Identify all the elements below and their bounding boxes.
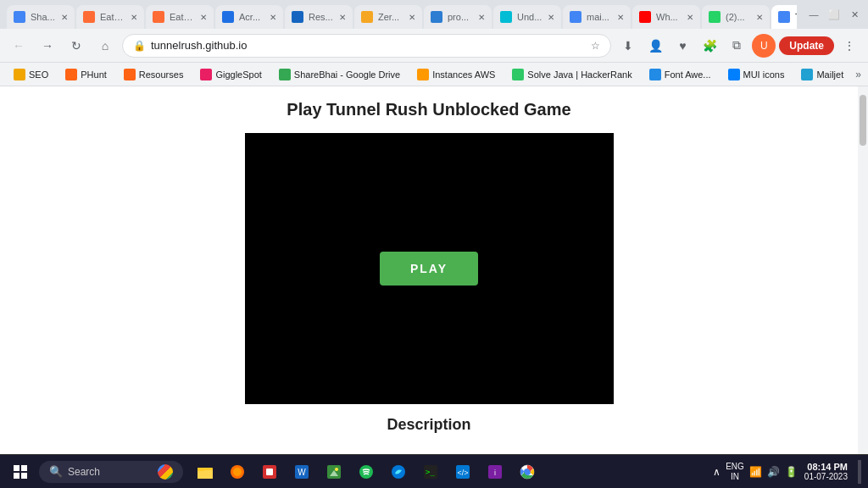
address-bar[interactable]: 🔒 tunnelrush.github.io ☆ [122,34,611,58]
taskbar-terminal[interactable]: >_ [417,458,444,485]
star-icon[interactable]: ☆ [591,40,600,52]
taskbar-edge[interactable] [385,458,412,485]
split-screen-icon[interactable]: ⧉ [725,34,748,58]
bookmark-aws[interactable]: Instances AWS [410,67,502,82]
menu-button[interactable]: ⋮ [837,34,861,58]
tab-favicon-sha [14,11,25,23]
toolbar: ← → ↻ ⌂ 🔒 tunnelrush.github.io ☆ ⬇ 👤 ♥ 🧩… [0,29,868,63]
heart-icon[interactable]: ♥ [670,34,694,58]
bookmark-fontawesome[interactable]: Font Awe... [643,67,718,82]
tab-sha[interactable]: Sha... ✕ [7,5,75,29]
scrollbar[interactable] [858,86,868,454]
start-button[interactable] [7,458,34,485]
tab-wh[interactable]: (2)... ✕ [702,5,770,29]
title-bar: Sha... ✕ Eate... ✕ Eate... ✕ Acr... ✕ Re… [0,0,868,29]
profile-icon[interactable]: 👤 [643,34,667,58]
tab-yt[interactable]: Wh... ✕ [632,5,700,29]
tab-eat2[interactable]: Eate... ✕ [146,5,214,29]
svg-point-22 [525,469,530,474]
tab-close-mai[interactable]: ✕ [617,13,624,22]
bookmark-icon-seo [14,69,25,80]
forward-button[interactable]: → [36,34,59,58]
tab-close-und[interactable]: ✕ [548,13,554,22]
taskbar-app-green[interactable] [320,458,348,485]
tab-favicon-res [292,11,303,23]
bookmark-sharebhai[interactable]: ShareBhai - Google Drive [272,67,407,82]
tray-arrow-icon[interactable]: ∧ [713,466,721,478]
tab-close-pro[interactable]: ✕ [478,13,485,22]
tab-label-und: Und... [517,12,542,22]
play-button[interactable]: PLAY [380,252,478,286]
clock-time: 08:14 PM [807,462,848,472]
taskbar-vscode[interactable]: </> [449,458,476,485]
tab-close-res[interactable]: ✕ [339,13,346,22]
home-button[interactable]: ⌂ [93,34,117,58]
bookmark-mailjet[interactable]: Mailjet [794,67,850,82]
tab-close-wh[interactable]: ✕ [756,13,763,22]
bookmark-icon-gigglespot [200,69,212,80]
wifi-icon[interactable]: 📶 [749,466,762,478]
svg-text:i: i [494,469,496,477]
bookmark-icon-aws [417,69,429,80]
svg-rect-1 [198,470,213,479]
tab-close-sha[interactable]: ✕ [61,13,68,22]
taskbar-chrome[interactable] [514,458,541,485]
reload-button[interactable]: ↻ [64,34,88,58]
tab-label-pro: pro... [448,12,469,22]
tab-close-eat[interactable]: ✕ [131,13,137,22]
taskbar-app-purple[interactable]: i [481,458,509,485]
blue-app-icon: W [293,463,310,480]
maximize-button[interactable]: ⬜ [827,8,841,21]
clock[interactable]: 08:14 PM 01-07-2023 [804,462,848,481]
avatar-icon[interactable]: U [752,34,776,58]
svg-text:>_: >_ [426,468,435,476]
browser-frame: Sha... ✕ Eate... ✕ Eate... ✕ Acr... ✕ Re… [0,0,868,488]
tab-favicon-und [500,11,512,23]
tab-eat[interactable]: Eate... ✕ [76,5,144,29]
windows-icon [14,465,27,479]
bookmark-phunt[interactable]: PHunt [58,67,114,82]
tab-und[interactable]: Und... ✕ [493,5,561,29]
tab-close-zer[interactable]: ✕ [409,13,415,22]
bookmark-gigglespot[interactable]: GiggleSpot [193,67,268,82]
close-button[interactable]: ✕ [848,8,861,21]
tab-pro[interactable]: pro... ✕ [424,5,492,29]
taskbar-search-box[interactable]: 🔍 Search [39,461,183,483]
taskbar-app-red[interactable] [256,458,283,485]
bookmark-resourses[interactable]: Resourses [117,67,191,82]
volume-icon[interactable]: 🔊 [767,466,780,478]
more-bookmarks-icon[interactable]: » [855,69,861,80]
tab-zer[interactable]: Zer... ✕ [354,5,422,29]
tab-mai[interactable]: mai... ✕ [563,5,631,29]
language-indicator[interactable]: ENG IN [726,462,744,482]
back-button[interactable]: ← [7,34,31,58]
toolbar-icons: ⬇ 👤 ♥ 🧩 ⧉ U Update ⋮ [616,34,861,58]
update-button[interactable]: Update [779,36,834,55]
tab-tnl[interactable]: T... ✕ [771,5,797,29]
tab-acr[interactable]: Acr... ✕ [215,5,283,29]
tab-close-yt[interactable]: ✕ [687,13,693,22]
minimize-button[interactable]: — [807,8,821,21]
battery-icon[interactable]: 🔋 [785,466,798,478]
show-desktop-button[interactable] [858,460,861,484]
tab-close-eat2[interactable]: ✕ [200,13,207,22]
game-frame[interactable]: PLAY [245,133,614,404]
download-icon[interactable]: ⬇ [616,34,640,58]
taskbar-app-blue[interactable]: W [288,458,315,485]
taskbar-spotify[interactable] [353,458,380,485]
search-icon: 🔍 [49,465,63,478]
tab-close-acr[interactable]: ✕ [270,13,276,22]
bookmark-icon-fontawesome [649,69,661,80]
taskbar-firefox[interactable] [224,458,251,485]
scrollbar-thumb[interactable] [860,95,866,146]
tab-label-zer: Zer... [378,12,399,22]
bookmark-hackerrank[interactable]: Solve Java | HackerRank [505,67,638,82]
bookmark-seo[interactable]: SEO [7,67,55,82]
tab-label-yt: Wh... [656,12,678,22]
taskbar-file-explorer[interactable] [192,458,219,485]
tab-res[interactable]: Res... ✕ [285,5,353,29]
bookmark-icon-mailjet [801,69,813,80]
lang-line1: ENG [726,462,744,472]
bookmark-mui[interactable]: MUI icons [721,67,792,82]
extensions-icon[interactable]: 🧩 [698,34,721,58]
